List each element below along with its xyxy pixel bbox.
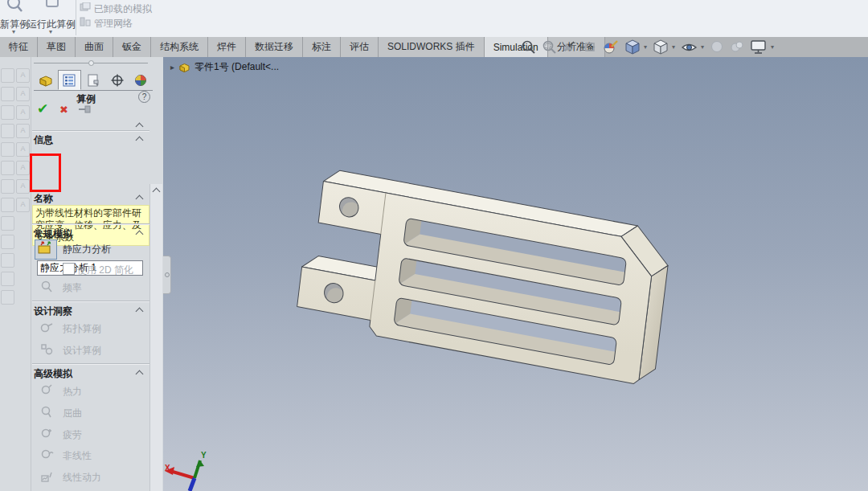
left-toolbar-icon[interactable] — [1, 253, 14, 268]
ribbon-separator — [76, 0, 76, 35]
offloaded-simulation-icon — [80, 2, 91, 12]
display-style-dropdown-icon[interactable]: ▾ — [672, 43, 675, 51]
view-orientation-icon[interactable] — [624, 39, 641, 55]
new-study-dropdown-icon[interactable]: ▾ — [0, 28, 27, 35]
annotation-toolbar-icon[interactable]: A — [16, 179, 30, 194]
configurationmanager-tab[interactable] — [81, 70, 105, 90]
left-toolbar-icon[interactable] — [1, 161, 14, 175]
design-insight-header[interactable]: 设计洞察 — [34, 305, 72, 318]
left-toolbar-icon[interactable] — [1, 216, 14, 231]
ok-button[interactable]: ✔ — [37, 100, 48, 117]
annotation-toolbar-icon[interactable]: A — [16, 124, 30, 138]
section-view-icon[interactable] — [563, 39, 578, 55]
thermal-label: 热力 — [63, 385, 82, 399]
tab-structure-system[interactable]: 结构系统 — [151, 37, 208, 57]
fatigue-label: 疲劳 — [63, 428, 82, 442]
appearances-icon[interactable] — [710, 39, 724, 54]
left-toolbar-icon[interactable] — [1, 179, 14, 194]
offloaded-simulation-item[interactable]: 已卸载的模拟 — [94, 2, 152, 14]
frequency-label: 频率 — [63, 281, 82, 295]
property-manager-panel: AAAAAAAA 算例 ? ✔ ✖ 信息 为带线性材料的零部件研究应变、位移、应… — [0, 57, 163, 491]
left-toolbar-icon[interactable] — [1, 235, 14, 249]
annotation-toolbar-icon[interactable]: A — [16, 198, 30, 212]
left-toolbar-icon[interactable] — [1, 272, 14, 286]
simulation-ribbon: 新算例 ▾ 运行此算例 ▾ 已卸载的模拟 管理网络 — [0, 0, 868, 38]
hide-show-items-icon[interactable] — [681, 40, 698, 54]
left-toolbar-icon[interactable] — [1, 124, 14, 138]
annotation-toolbar-icon[interactable]: A — [16, 142, 30, 157]
tab-sketch[interactable]: 草图 — [38, 37, 76, 57]
hide-show-dropdown-icon[interactable]: ▾ — [701, 43, 704, 51]
tab-markup[interactable]: 标注 — [303, 37, 341, 57]
display-style-icon[interactable] — [653, 39, 669, 55]
left-toolbar-icon[interactable] — [1, 105, 14, 120]
tab-sheet-metal[interactable]: 钣金 — [113, 37, 151, 57]
featuremanager-tab[interactable] — [34, 70, 58, 90]
triad-y-label: Y — [201, 451, 207, 460]
display-settings-icon[interactable] — [750, 39, 768, 55]
annotation-toolbar-icon[interactable]: A — [16, 105, 30, 120]
left-toolbar-icon[interactable] — [1, 68, 14, 83]
nonlinear-label: 非线性 — [63, 449, 92, 463]
annotation-toolbar-icon[interactable]: A — [16, 68, 30, 83]
panel-scroll-top-icon[interactable] — [136, 123, 144, 131]
new-study-icon — [6, 0, 23, 14]
left-toolbar-icon[interactable] — [1, 198, 14, 212]
info-collapse-icon[interactable] — [136, 137, 144, 145]
design-study-icon — [40, 342, 55, 357]
display-settings-dropdown-icon[interactable]: ▾ — [771, 43, 774, 51]
tab-features[interactable]: 特征 — [0, 37, 38, 57]
left-toolbar-icon[interactable] — [1, 290, 14, 305]
flyout-toolbar-annotations: AAAAAAAA — [16, 68, 30, 212]
tab-data-migration[interactable]: 数据迁移 — [246, 37, 303, 57]
annotation-toolbar-icon[interactable]: A — [16, 161, 30, 175]
scroll-up-icon[interactable] — [153, 188, 161, 196]
name-collapse-icon[interactable] — [136, 195, 144, 203]
tab-solidworks-addins[interactable]: SOLIDWORKS 插件 — [379, 37, 485, 57]
advanced-collapse-icon[interactable] — [136, 370, 144, 378]
run-study-dropdown-icon[interactable]: ▾ — [27, 28, 74, 35]
manage-network-item[interactable]: 管理网络 — [94, 17, 133, 28]
new-study-button[interactable]: 新算例 ▾ — [0, 0, 27, 35]
tab-surfaces[interactable]: 曲面 — [76, 37, 113, 57]
displaymanager-tab[interactable] — [129, 70, 153, 90]
left-toolbar-icon[interactable] — [1, 142, 14, 157]
info-section-header[interactable]: 信息 — [34, 133, 53, 147]
advanced-simulation-header[interactable]: 高级模拟 — [34, 367, 72, 381]
propertymanager-tab[interactable] — [58, 70, 82, 90]
tab-weldments[interactable]: 焊件 — [208, 37, 246, 57]
left-toolbar-icon[interactable] — [1, 87, 14, 101]
view-orientation-dropdown-icon[interactable]: ▾ — [644, 43, 647, 51]
cancel-button[interactable]: ✖ — [59, 104, 68, 116]
manage-network-label: 管理网络 — [94, 18, 133, 29]
previous-view-icon[interactable] — [583, 40, 597, 54]
highlight-annotation-box — [30, 153, 61, 192]
help-icon[interactable]: ? — [138, 91, 150, 103]
static-study-button[interactable] — [35, 239, 57, 260]
pin-icon[interactable] — [77, 104, 92, 115]
panel-scrollbar[interactable] — [149, 184, 162, 491]
static-study-label[interactable]: 静应力分析 — [63, 243, 111, 256]
manage-network-icon — [80, 17, 91, 27]
static-study-icon — [35, 240, 55, 257]
zoom-fit-icon[interactable] — [521, 39, 536, 55]
design-study-label: 设计算例 — [63, 344, 101, 358]
edit-appearance-icon[interactable] — [603, 39, 619, 55]
name-section-header[interactable]: 名称 — [34, 192, 53, 206]
use-2d-label: 使用 2D 简化 — [77, 264, 133, 277]
part-model[interactable] — [295, 166, 672, 387]
topology-study-icon — [40, 321, 55, 335]
use-2d-checkbox[interactable] — [63, 263, 75, 275]
scene-icon[interactable] — [730, 39, 744, 54]
linear-dynamic-label: 线性动力 — [63, 471, 101, 485]
model-canvas[interactable]: X Y — [163, 57, 868, 491]
insight-collapse-icon[interactable] — [136, 308, 144, 316]
topology-study-label: 拓扑算例 — [63, 322, 101, 336]
zoom-area-icon[interactable] — [542, 39, 557, 55]
tab-evaluate[interactable]: 评估 — [341, 37, 379, 57]
run-study-icon — [43, 0, 61, 13]
run-study-button[interactable]: 运行此算例 ▾ — [27, 0, 74, 35]
triad-x-label: X — [165, 464, 170, 473]
annotation-toolbar-icon[interactable]: A — [16, 87, 30, 101]
dimxpertmanager-tab[interactable] — [105, 70, 129, 90]
